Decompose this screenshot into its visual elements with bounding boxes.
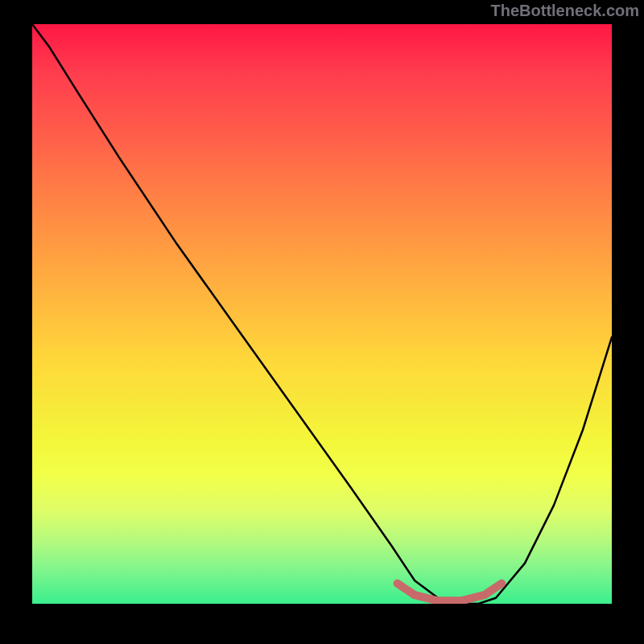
chart-frame: TheBottleneck.com (0, 0, 644, 644)
chart-plot-area (32, 24, 612, 604)
attribution-text: TheBottleneck.com (491, 2, 639, 20)
bottleneck-curve-line (32, 24, 612, 604)
optimum-band-line (398, 584, 502, 601)
chart-svg (32, 24, 612, 604)
